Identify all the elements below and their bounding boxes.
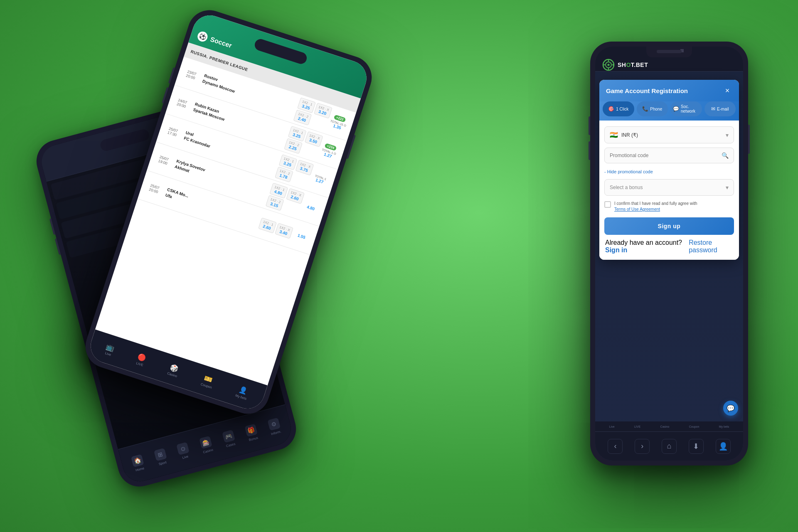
- sport-name: Soccer: [209, 36, 233, 50]
- back-nav-sport: ⊞ Sport: [154, 448, 168, 466]
- odds-row-5a: 1X2 · 12.60 1X2 · X3.40: [259, 217, 293, 239]
- currency-chevron-icon: [726, 131, 729, 139]
- terms-of-use-link[interactable]: Terms of Use Agreement: [614, 207, 660, 212]
- currency-display: 🇮🇳 INR (₹): [610, 131, 638, 139]
- front-bottom-nav: ‹ › ⌂ ⬇ 👤: [595, 431, 743, 461]
- back-nav-home-label: Home: [135, 466, 145, 472]
- back-arrow-icon: ‹: [614, 442, 616, 451]
- phone-front: SHOT.BET Game Account Registration ×: [590, 42, 748, 466]
- bonus-placeholder: Select a bonus: [610, 185, 643, 190]
- livebet-nav-icon: 🔴: [137, 352, 147, 362]
- already-text: Already have an account?: [605, 239, 682, 246]
- promo-code-input[interactable]: [610, 153, 722, 158]
- tab-1click-label: 1 Click: [616, 107, 628, 111]
- svg-point-2: [608, 64, 610, 66]
- promo-code-field[interactable]: 🔍: [604, 148, 734, 163]
- terms-row: I confirm that I have read and fully agr…: [604, 200, 734, 213]
- registration-modal: Game Account Registration × 🎯 1 Click 📞 …: [599, 80, 739, 260]
- tab-email-label: E-mail: [717, 107, 729, 111]
- front-label-casino: Casino: [660, 425, 670, 428]
- currency-selector[interactable]: 🇮🇳 INR (₹): [604, 126, 734, 143]
- front-label-coupon: Coupon: [689, 425, 699, 428]
- phone-tab-icon: 📞: [642, 106, 648, 112]
- total-col-2: +234 TOTAL-1 O 1.27: [318, 141, 341, 160]
- back-nav-live-label: Live: [182, 455, 189, 460]
- hide-promo-text[interactable]: - Hide promotional code: [604, 169, 653, 174]
- back-nav-inform: ⚙ Inform.: [267, 418, 282, 436]
- registration-form: 🇮🇳 INR (₹) 🔍 - Hide promotio: [599, 121, 739, 260]
- back-nav-casino: 🎰 Casino: [199, 436, 214, 454]
- india-flag-icon: 🇮🇳: [610, 131, 618, 139]
- mid-nav-coupon[interactable]: 🎫 Coupon: [200, 373, 215, 389]
- chat-support-button[interactable]: 💬: [723, 401, 738, 416]
- mybets-nav-icon: 👤: [238, 385, 249, 395]
- mid-nav-mybets[interactable]: 👤 My bets: [235, 385, 250, 401]
- back-nav-bonus-label: Bonus: [249, 436, 259, 442]
- search-icon: 🔍: [722, 152, 729, 159]
- cases-icon: 🎮: [222, 430, 235, 443]
- tab-social[interactable]: 💬 Soc. network: [670, 101, 702, 116]
- back-nav-button[interactable]: ‹: [608, 439, 623, 454]
- signin-link[interactable]: Sign in: [605, 246, 627, 254]
- profile-nav-button[interactable]: 👤: [716, 439, 731, 454]
- mid-nav-casino[interactable]: 🎲 Casino: [167, 362, 180, 378]
- match-time-3: 25/07 17:30: [163, 125, 183, 138]
- front-vol-down-button: [589, 141, 590, 160]
- hide-promo-link[interactable]: - Hide promotional code: [604, 167, 734, 175]
- mid-nav-live[interactable]: 📺 Live: [103, 342, 116, 357]
- live-nav-icon: 📺: [105, 342, 116, 352]
- front-label-mybets: My bets: [719, 425, 729, 428]
- home-icon: 🏠: [131, 454, 144, 467]
- terms-prefix: I confirm that I have read and fully agr…: [614, 201, 697, 206]
- forward-arrow-icon: ›: [641, 442, 643, 451]
- modal-header: Game Account Registration ×: [599, 80, 739, 101]
- front-label-livebet: LIVE: [634, 425, 640, 428]
- odds-1-5[interactable]: 1X2 · 12.60: [259, 217, 277, 233]
- tab-phone[interactable]: 📞 Phone: [637, 101, 668, 116]
- front-label-live: Live: [609, 425, 615, 428]
- terms-text: I confirm that I have read and fully agr…: [614, 201, 697, 212]
- back-nav-live: ⊙ Live: [176, 442, 191, 460]
- home-nav-button[interactable]: ⌂: [662, 439, 677, 454]
- bonus-chevron-icon: [726, 184, 729, 191]
- download-nav-button[interactable]: ⬇: [689, 439, 704, 454]
- odds-x-5[interactable]: 1X2 · X3.40: [275, 223, 293, 239]
- bonus-icon: 🎁: [244, 424, 258, 437]
- restore-password-link[interactable]: Restore password: [689, 239, 733, 254]
- phone-speaker: [657, 50, 682, 53]
- forward-nav-button[interactable]: ›: [635, 439, 650, 454]
- bonus-selector[interactable]: Select a bonus: [604, 179, 734, 196]
- modal-title: Game Account Registration: [606, 87, 688, 94]
- mid-nav-livebet-label: LIVE: [136, 361, 144, 367]
- download-nav-icon: ⬇: [693, 442, 699, 451]
- front-screen-content: SHOT.BET Game Account Registration ×: [595, 47, 743, 461]
- tab-email[interactable]: ✉ E-mail: [704, 101, 736, 116]
- already-text-group: Already have an account? Sign in: [605, 239, 689, 254]
- back-nav-home: 🏠 Home: [131, 454, 145, 472]
- back-nav-sport-label: Sport: [158, 461, 167, 466]
- phone-front-screen: SHOT.BET Game Account Registration ×: [595, 47, 743, 461]
- close-button[interactable]: ×: [722, 86, 732, 96]
- terms-checkbox[interactable]: [604, 201, 611, 208]
- match-time-1: 23/07 20:00: [181, 68, 202, 81]
- currency-value: INR (₹): [621, 132, 638, 138]
- email-tab-icon: ✉: [711, 106, 715, 112]
- mid-nav-livebet[interactable]: 🔴 LIVE: [135, 352, 147, 367]
- match-time-2: 24/07 20:00: [172, 96, 192, 110]
- front-bottom-labels: Live LIVE Casino Coupon My bets: [595, 421, 743, 431]
- registration-tabs: 🎯 1 Click 📞 Phone 💬 Soc. network ✉: [599, 101, 739, 121]
- front-vol-up-button: [589, 116, 590, 135]
- profile-nav-icon: 👤: [719, 442, 728, 451]
- coupon-nav-icon: 🎫: [203, 374, 214, 384]
- back-nav-cases: 🎮 Cases: [222, 430, 236, 448]
- signup-button[interactable]: Sign up: [604, 217, 734, 235]
- front-power-button: [748, 125, 750, 154]
- modal-area: Game Account Registration × 🎯 1 Click 📞 …: [595, 71, 743, 461]
- total-val-4: 4.80: [306, 204, 315, 211]
- phone-front-notch: [646, 47, 692, 57]
- sport-icon: ⊞: [154, 448, 167, 461]
- back-nav-bonus: 🎁 Bonus: [244, 424, 259, 442]
- logo-text: SHOT.BET: [618, 62, 648, 68]
- tab-1click[interactable]: 🎯 1 Click: [603, 101, 634, 116]
- already-account-row: Already have an account? Sign in Restore…: [604, 239, 734, 254]
